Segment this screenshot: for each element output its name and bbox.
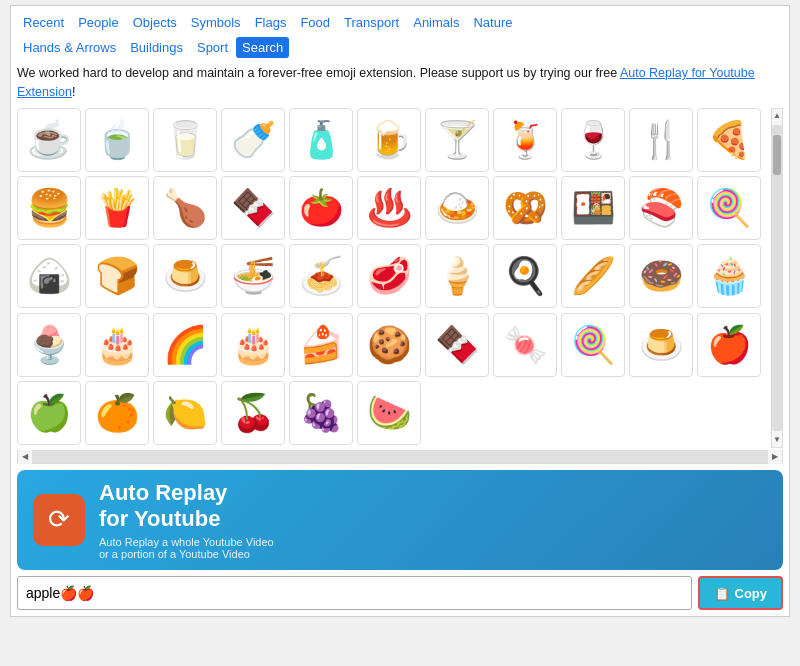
emoji-cell[interactable]: ☕ xyxy=(17,108,81,172)
emoji-cell[interactable]: 🍭 xyxy=(697,176,761,240)
horiz-track xyxy=(32,451,768,463)
emoji-cell[interactable]: 🍵 xyxy=(85,108,149,172)
emoji-cell[interactable]: 🍗 xyxy=(153,176,217,240)
nav-transport[interactable]: Transport xyxy=(338,12,405,33)
emoji-cell[interactable]: 🍜 xyxy=(221,244,285,308)
emoji-cell[interactable]: 🎂 xyxy=(85,313,149,377)
emoji-cell[interactable]: 🍫 xyxy=(221,176,285,240)
emoji-cell[interactable]: 🍣 xyxy=(629,176,693,240)
emoji-cell[interactable]: 🍺 xyxy=(357,108,421,172)
emoji-cell[interactable]: 🍭 xyxy=(561,313,625,377)
emoji-cell[interactable]: 🎂 xyxy=(221,313,285,377)
emoji-cell[interactable]: 🍝 xyxy=(289,244,353,308)
emoji-cell[interactable]: 🍪 xyxy=(357,313,421,377)
emoji-cell[interactable]: 🍕 xyxy=(697,108,761,172)
scroll-thumb[interactable] xyxy=(773,135,781,175)
ad-text-block: Auto Replay for Youtube Auto Replay a wh… xyxy=(99,480,274,561)
emoji-cell[interactable]: 🥛 xyxy=(153,108,217,172)
ad-icon: ⟳ xyxy=(33,494,85,546)
promo-text: We worked hard to develop and maintain a… xyxy=(17,64,783,102)
nav-row-2: Hands & Arrows Buildings Sport Search xyxy=(17,37,783,58)
nav-sport[interactable]: Sport xyxy=(191,37,234,58)
emoji-cell[interactable]: 🍦 xyxy=(425,244,489,308)
emoji-cell[interactable]: 🍔 xyxy=(17,176,81,240)
nav-flags[interactable]: Flags xyxy=(249,12,293,33)
emoji-cell[interactable]: 🍸 xyxy=(425,108,489,172)
copy-label: Copy xyxy=(735,586,768,601)
nav-nature[interactable]: Nature xyxy=(467,12,518,33)
emoji-cell[interactable]: ♨️ xyxy=(357,176,421,240)
emoji-cell[interactable]: 🍎 xyxy=(697,313,761,377)
nav-buildings[interactable]: Buildings xyxy=(124,37,189,58)
nav-recent[interactable]: Recent xyxy=(17,12,70,33)
emoji-cell[interactable]: 🍅 xyxy=(289,176,353,240)
nav-people[interactable]: People xyxy=(72,12,124,33)
scroll-right-arrow[interactable]: ▶ xyxy=(768,450,782,464)
emoji-cell[interactable]: 🌈 xyxy=(153,313,217,377)
emoji-cell[interactable]: 🥨 xyxy=(493,176,557,240)
scroll-left-arrow[interactable]: ◀ xyxy=(18,450,32,464)
copy-icon: 📋 xyxy=(714,586,730,601)
scroll-track xyxy=(772,125,782,431)
bottom-bar: 📋 Copy xyxy=(17,576,783,610)
emoji-cell[interactable]: 🥩 xyxy=(357,244,421,308)
emoji-cell[interactable]: 🥖 xyxy=(561,244,625,308)
emoji-cell[interactable]: 🍒 xyxy=(221,381,285,445)
emoji-cell[interactable]: 🍛 xyxy=(425,176,489,240)
emoji-cell[interactable]: 🍨 xyxy=(17,313,81,377)
emoji-cell[interactable]: 🍊 xyxy=(85,381,149,445)
emoji-cell[interactable]: 🍟 xyxy=(85,176,149,240)
emoji-cell[interactable]: 🍮 xyxy=(629,313,693,377)
scroll-up-arrow[interactable]: ▲ xyxy=(771,109,783,123)
emoji-cell[interactable]: 🍱 xyxy=(561,176,625,240)
emoji-cell[interactable]: 🍹 xyxy=(493,108,557,172)
emoji-cell[interactable]: 🍉 xyxy=(357,381,421,445)
emoji-cell[interactable]: 🍮 xyxy=(153,244,217,308)
emoji-cell[interactable]: 🍞 xyxy=(85,244,149,308)
emoji-cell[interactable]: 🍩 xyxy=(629,244,693,308)
scrollbar: ▲ ▼ xyxy=(771,108,783,448)
ad-title: Auto Replay for Youtube xyxy=(99,480,274,533)
emoji-grid-container: ☕🍵🥛🍼🧴🍺🍸🍹🍷🍴🍕🍔🍟🍗🍫🍅♨️🍛🥨🍱🍣🍭🍙🍞🍮🍜🍝🥩🍦🍳🥖🍩🧁🍨🎂🌈🎂🍰🍪… xyxy=(17,108,783,448)
copy-button[interactable]: 📋 Copy xyxy=(698,576,784,610)
emoji-cell[interactable]: 🍴 xyxy=(629,108,693,172)
emoji-cell[interactable]: 🧁 xyxy=(697,244,761,308)
emoji-cell[interactable]: 🍫 xyxy=(425,313,489,377)
nav-objects[interactable]: Objects xyxy=(127,12,183,33)
emoji-cell[interactable]: 🍏 xyxy=(17,381,81,445)
emoji-cell[interactable]: 🍼 xyxy=(221,108,285,172)
scroll-down-arrow[interactable]: ▼ xyxy=(771,433,783,447)
emoji-cell[interactable]: 🧴 xyxy=(289,108,353,172)
nav-animals[interactable]: Animals xyxy=(407,12,465,33)
nav-row-1: Recent People Objects Symbols Flags Food… xyxy=(17,12,783,33)
ad-banner[interactable]: ⟳ Auto Replay for Youtube Auto Replay a … xyxy=(17,470,783,571)
emoji-input[interactable] xyxy=(17,576,692,610)
emoji-cell[interactable]: 🍰 xyxy=(289,313,353,377)
emoji-grid: ☕🍵🥛🍼🧴🍺🍸🍹🍷🍴🍕🍔🍟🍗🍫🍅♨️🍛🥨🍱🍣🍭🍙🍞🍮🍜🍝🥩🍦🍳🥖🍩🧁🍨🎂🌈🎂🍰🍪… xyxy=(17,108,783,448)
nav-symbols[interactable]: Symbols xyxy=(185,12,247,33)
nav-search[interactable]: Search xyxy=(236,37,289,58)
emoji-cell[interactable]: 🍷 xyxy=(561,108,625,172)
emoji-cell[interactable]: 🍙 xyxy=(17,244,81,308)
emoji-cell[interactable]: 🍋 xyxy=(153,381,217,445)
nav-hands[interactable]: Hands & Arrows xyxy=(17,37,122,58)
nav-food[interactable]: Food xyxy=(294,12,336,33)
emoji-cell[interactable]: 🍇 xyxy=(289,381,353,445)
emoji-cell[interactable]: 🍳 xyxy=(493,244,557,308)
horiz-scrollbar: ◀ ▶ xyxy=(17,450,783,464)
emoji-cell[interactable]: 🍬 xyxy=(493,313,557,377)
ad-desc: Auto Replay a whole Youtube Video or a p… xyxy=(99,536,274,560)
